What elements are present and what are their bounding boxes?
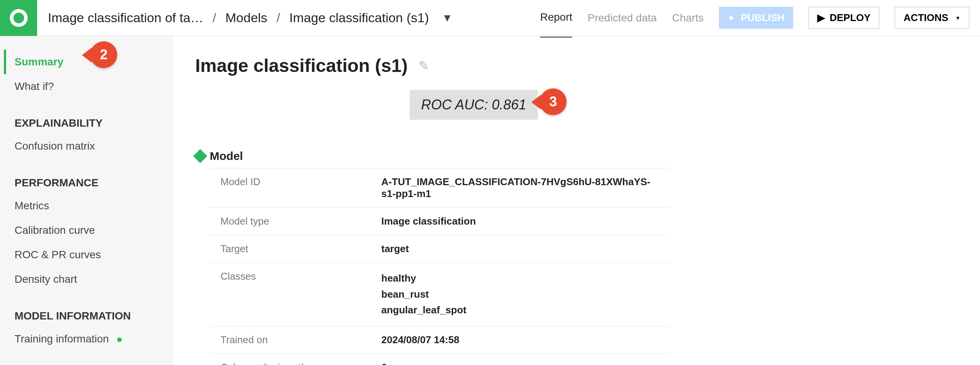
cell-key: Trained on xyxy=(210,326,371,354)
breadcrumb-sep: / xyxy=(212,10,216,25)
cell-val: 6 xyxy=(371,354,669,365)
table-row: Columns (train set)6 xyxy=(210,354,669,365)
edit-icon[interactable]: ✎ xyxy=(418,58,429,73)
callout-2: 2 xyxy=(90,41,117,68)
page-title: Image classification (s1) xyxy=(195,55,408,76)
cell-key: Target xyxy=(210,235,371,263)
cell-val: A-TUT_IMAGE_CLASSIFICATION-7HVgS6hU-81XW… xyxy=(371,168,669,208)
status-dot-icon xyxy=(117,337,122,342)
sidebar-head-perf: PERFORMANCE xyxy=(15,158,172,194)
metric-label: ROC AUC: xyxy=(421,97,488,112)
table-row: Classeshealthybean_rustangular_leaf_spot xyxy=(210,263,669,326)
right-nav: Report Predicted data Charts PUBLISH ▶ D… xyxy=(540,0,980,38)
cell-key: Model type xyxy=(210,208,371,235)
sidebar-item-roc-pr[interactable]: ROC & PR curves xyxy=(15,243,172,267)
cell-key: Classes xyxy=(210,263,371,326)
model-icon xyxy=(193,149,207,163)
cell-val: healthybean_rustangular_leaf_spot xyxy=(371,263,669,326)
cell-val: target xyxy=(371,235,669,263)
model-info-table: Model IDA-TUT_IMAGE_CLASSIFICATION-7HVgS… xyxy=(210,168,669,365)
sidebar-item-label: Summary xyxy=(15,56,64,68)
content: Image classification (s1) ✎ ROC AUC: 0.8… xyxy=(172,36,980,365)
breadcrumb-models[interactable]: Models xyxy=(225,10,268,25)
table-row: Trained on2024/08/07 14:58 xyxy=(210,326,669,354)
roc-auc-metric: ROC AUC: 0.861 xyxy=(410,90,538,120)
breadcrumb-sep: / xyxy=(276,10,280,25)
sidebar-item-metrics[interactable]: Metrics xyxy=(15,194,172,218)
table-row: Model IDA-TUT_IMAGE_CLASSIFICATION-7HVgS… xyxy=(210,168,669,208)
publish-icon xyxy=(728,14,736,22)
section-label: Model xyxy=(210,150,243,163)
sidebar-item-density[interactable]: Density chart xyxy=(15,267,172,292)
brand-logo[interactable] xyxy=(0,0,37,36)
sidebar-head-explain: EXPLAINABILITY xyxy=(15,99,172,134)
title-row: Image classification (s1) ✎ xyxy=(195,55,957,76)
sidebar-head-modelinfo: MODEL INFORMATION xyxy=(15,292,172,327)
callout-bubble: 2 xyxy=(90,41,117,68)
sidebar-item-whatif[interactable]: What if? xyxy=(15,74,172,99)
publish-label: PUBLISH xyxy=(741,12,784,24)
cell-val: 2024/08/07 14:58 xyxy=(371,326,669,354)
table-row: Targettarget xyxy=(210,235,669,263)
header: Image classification of ta… / Models / I… xyxy=(0,0,980,36)
deploy-button[interactable]: ▶ DEPLOY xyxy=(808,7,879,29)
sidebar: Summary What if? EXPLAINABILITY Confusio… xyxy=(0,36,172,365)
tab-predicted-data[interactable]: Predicted data xyxy=(588,12,657,37)
model-section-head: Model xyxy=(195,150,957,163)
actions-label: ACTIONS xyxy=(903,12,948,24)
tab-report[interactable]: Report xyxy=(540,11,572,38)
sidebar-item-confusion[interactable]: Confusion matrix xyxy=(15,134,172,158)
cell-val: Image classification xyxy=(371,208,669,235)
tab-charts[interactable]: Charts xyxy=(672,12,704,37)
actions-button[interactable]: ACTIONS xyxy=(895,7,969,29)
callout-bubble: 3 xyxy=(540,88,567,115)
sidebar-item-calibration[interactable]: Calibration curve xyxy=(15,218,172,243)
play-icon: ▶ xyxy=(817,12,825,24)
body: Summary What if? EXPLAINABILITY Confusio… xyxy=(0,36,980,365)
publish-button[interactable]: PUBLISH xyxy=(719,7,793,29)
breadcrumb-root[interactable]: Image classification of ta… xyxy=(48,10,203,25)
breadcrumb: Image classification of ta… / Models / I… xyxy=(37,10,540,25)
deploy-label: DEPLOY xyxy=(830,12,871,24)
sidebar-item-label: Training information xyxy=(15,333,109,345)
metric-value: 0.861 xyxy=(492,97,526,112)
chevron-down-icon[interactable]: ▼ xyxy=(438,12,453,24)
cell-key: Columns (train set) xyxy=(210,354,371,365)
breadcrumb-leaf[interactable]: Image classification (s1) xyxy=(289,10,429,25)
callout-3: 3 xyxy=(540,88,567,115)
cell-key: Model ID xyxy=(210,168,371,208)
table-row: Model typeImage classification xyxy=(210,208,669,235)
sidebar-item-training-info[interactable]: Training information xyxy=(15,327,172,351)
brand-icon xyxy=(8,7,29,29)
